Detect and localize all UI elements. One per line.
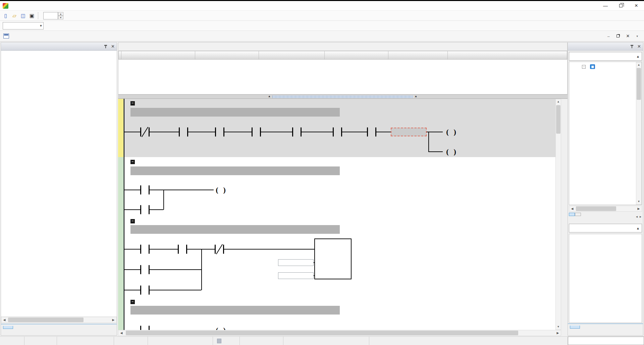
column-header-class[interactable] xyxy=(121,51,195,60)
project-tree[interactable] xyxy=(1,51,117,316)
tab-project[interactable] xyxy=(3,326,13,329)
library-vertical-scrollbar[interactable]: ▲ ▼ xyxy=(636,62,642,205)
pin-icon[interactable] xyxy=(630,45,634,49)
local-symbols-body[interactable] xyxy=(118,60,568,94)
scroll-thumb[interactable] xyxy=(8,318,84,322)
project-horizontal-scrollbar[interactable]: ◀ ▶ xyxy=(1,317,117,323)
scroll-right-icon[interactable]: ▶ xyxy=(636,207,642,210)
collapse-network-icon[interactable]: − xyxy=(130,160,135,164)
tree-expander[interactable]: − xyxy=(582,65,586,69)
tab-delta-library[interactable] xyxy=(569,213,575,216)
coil-reset[interactable]: () xyxy=(446,128,456,136)
mdi-restore-button[interactable] xyxy=(616,34,620,38)
contact-no[interactable] xyxy=(140,186,150,195)
ladder-horizontal-scrollbar[interactable]: ◀ ▶ xyxy=(118,330,561,336)
tab-preview[interactable] xyxy=(570,326,580,329)
column-header-address[interactable] xyxy=(259,51,325,60)
network-2[interactable]: − () xyxy=(118,158,555,217)
library-horizontal-scrollbar[interactable]: ◀ ▶ xyxy=(569,206,642,212)
column-header-identifier-comment[interactable] xyxy=(448,51,567,60)
collapse-network-icon[interactable]: − xyxy=(130,219,135,223)
new-file-icon[interactable]: ▯ xyxy=(1,12,10,20)
network3-comment[interactable] xyxy=(130,225,340,234)
spinner-up-icon[interactable]: ▲ xyxy=(58,12,63,16)
scroll-left-icon[interactable]: ◀ xyxy=(1,318,7,322)
mdi-child-icon[interactable] xyxy=(3,33,9,39)
contact-no[interactable] xyxy=(292,128,302,137)
library-root-item[interactable]: − ▣ xyxy=(569,63,642,70)
scroll-thumb[interactable] xyxy=(576,206,616,211)
contact-no[interactable] xyxy=(179,128,188,137)
column-header-initial-value[interactable] xyxy=(388,51,448,60)
scroll-thumb[interactable] xyxy=(637,68,641,100)
mdi-close-button[interactable]: ✕ xyxy=(626,33,630,39)
panel-close-icon[interactable]: ✕ xyxy=(111,44,115,49)
column-header-type[interactable] xyxy=(325,51,388,60)
ladder-vertical-scrollbar[interactable]: ▲ ▼ xyxy=(555,99,561,330)
scroll-down-icon[interactable]: ▼ xyxy=(636,199,641,204)
tab-scroll-left-icon[interactable]: ◂ xyxy=(636,215,638,218)
coil-out[interactable]: () xyxy=(216,186,226,194)
save-icon[interactable]: ◫ xyxy=(19,12,28,20)
tmr-function-block[interactable] xyxy=(314,238,352,279)
minimize-button[interactable]: — xyxy=(598,1,613,10)
scroll-right-icon[interactable]: ▶ xyxy=(110,318,116,322)
delta-library-combo[interactable]: ▲ xyxy=(569,52,642,61)
collapse-up-icon[interactable]: ▲ xyxy=(636,55,640,58)
ladder-selection-cursor[interactable] xyxy=(391,128,427,136)
contact-nc[interactable] xyxy=(140,128,150,137)
scroll-thumb[interactable] xyxy=(556,105,560,134)
splitter-handle[interactable] xyxy=(272,95,413,98)
scroll-thumb[interactable] xyxy=(126,331,518,335)
contact-no[interactable] xyxy=(140,286,150,295)
scroll-down-icon[interactable]: ▼ xyxy=(556,324,561,330)
scroll-left-icon[interactable]: ◀ xyxy=(118,331,124,335)
s2-operand-box[interactable] xyxy=(278,272,314,279)
scroll-up-icon[interactable]: ▲ xyxy=(636,62,641,68)
zoom-dropdown-icon[interactable]: ▼ xyxy=(39,24,43,27)
network2-comment[interactable] xyxy=(130,166,340,175)
contact-no[interactable] xyxy=(252,128,261,137)
contact-no[interactable] xyxy=(140,326,150,330)
close-button[interactable]: × xyxy=(629,1,644,10)
ladder-editor[interactable]: − xyxy=(118,99,555,330)
s1-operand-box[interactable] xyxy=(278,259,314,266)
contact-no[interactable] xyxy=(367,128,376,137)
horizontal-splitter[interactable]: ▲ ▲ xyxy=(118,94,568,99)
contact-no[interactable] xyxy=(178,245,187,254)
contact-no[interactable] xyxy=(333,128,342,137)
network1-comment[interactable] xyxy=(130,108,340,117)
column-header-identifiers[interactable] xyxy=(195,51,259,60)
simulation-speed-spinner[interactable]: ▲▼ xyxy=(43,12,63,19)
contact-no[interactable] xyxy=(215,128,224,137)
open-file-icon[interactable]: ▱ xyxy=(10,12,19,20)
coil-out[interactable]: () xyxy=(446,147,456,156)
contact-no[interactable] xyxy=(140,265,150,274)
network4-comment[interactable] xyxy=(130,306,340,315)
toolbar-overflow-icon[interactable]: ▾ xyxy=(636,34,639,38)
restore-button[interactable] xyxy=(613,1,629,10)
network-4[interactable]: − () xyxy=(118,299,555,330)
contact-no[interactable] xyxy=(140,245,150,254)
collapse-network-icon[interactable]: − xyxy=(130,101,135,106)
spinner-value[interactable] xyxy=(43,12,58,19)
tab-scroll-right-icon[interactable]: ▸ xyxy=(640,215,641,218)
network-3[interactable]: − xyxy=(118,217,555,299)
spinner-down-icon[interactable]: ▼ xyxy=(58,16,63,19)
collapse-up-icon[interactable]: ▲ xyxy=(636,226,640,230)
contact-nc[interactable] xyxy=(215,245,224,254)
network-1[interactable]: − xyxy=(118,99,555,157)
library-tree[interactable]: − ▣ xyxy=(569,62,642,205)
scroll-left-icon[interactable]: ◀ xyxy=(569,207,575,210)
collapse-network-icon[interactable]: − xyxy=(130,300,135,304)
panel-close-icon[interactable]: ✕ xyxy=(637,44,641,49)
mdi-minimize-button[interactable]: ‒ xyxy=(607,33,610,39)
scroll-up-icon[interactable]: ▲ xyxy=(556,99,561,105)
preview-combo[interactable]: ▲ xyxy=(569,224,642,232)
pin-icon[interactable] xyxy=(104,45,108,49)
contact-no[interactable] xyxy=(140,205,150,214)
print-icon[interactable]: ▣ xyxy=(28,12,36,20)
zoom-level-dropdown[interactable]: ▼ xyxy=(3,22,44,29)
scroll-right-icon[interactable]: ▶ xyxy=(555,331,561,335)
coil-reset[interactable]: () xyxy=(216,326,226,330)
